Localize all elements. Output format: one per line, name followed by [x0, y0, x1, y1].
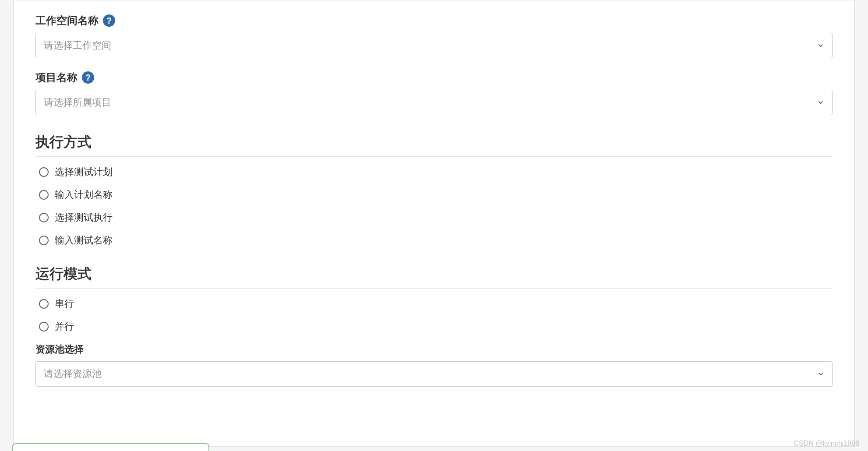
run-mode-radio-group: 串行 并行 — [35, 297, 833, 333]
run-mode-heading: 运行模式 — [35, 264, 833, 289]
radio-icon — [39, 213, 49, 222]
watermark: CSDN @liyinchi1988 — [794, 440, 859, 447]
radio-label: 输入计划名称 — [55, 188, 113, 201]
radio-input-test-name[interactable]: 输入测试名称 — [39, 234, 833, 247]
radio-label: 选择测试计划 — [55, 166, 113, 179]
workspace-label-row: 工作空间名称 ? — [35, 14, 833, 28]
form-panel: 工作空间名称 ? 项目名称 ? 执行方式 选择测试计划 — [13, 0, 855, 447]
execution-method-heading: 执行方式 — [35, 133, 833, 157]
workspace-group: 工作空间名称 ? — [35, 14, 833, 58]
resource-pool-select[interactable] — [35, 361, 833, 387]
project-group: 项目名称 ? — [35, 70, 833, 115]
radio-select-test-plan[interactable]: 选择测试计划 — [39, 166, 833, 179]
radio-select-test-exec[interactable]: 选择测试执行 — [39, 211, 833, 224]
radio-icon — [39, 236, 49, 245]
project-label-row: 项目名称 ? — [35, 70, 833, 85]
radio-label: 并行 — [55, 320, 74, 333]
radio-icon — [39, 167, 49, 177]
radio-label: 选择测试执行 — [55, 211, 113, 224]
radio-serial[interactable]: 串行 — [39, 297, 833, 310]
radio-icon — [39, 299, 49, 309]
project-select[interactable] — [35, 90, 833, 115]
workspace-select-wrapper — [35, 33, 833, 58]
radio-parallel[interactable]: 并行 — [39, 320, 833, 333]
radio-icon — [39, 322, 49, 331]
project-label: 项目名称 — [35, 70, 78, 85]
radio-icon — [39, 190, 49, 200]
help-icon[interactable]: ? — [103, 14, 115, 27]
workspace-label: 工作空间名称 — [35, 14, 99, 28]
bottom-tab-stub — [12, 443, 209, 451]
workspace-select[interactable] — [35, 33, 833, 58]
radio-label: 输入测试名称 — [55, 234, 113, 247]
execution-method-radio-group: 选择测试计划 输入计划名称 选择测试执行 输入测试名称 — [35, 166, 833, 247]
help-icon[interactable]: ? — [82, 71, 94, 84]
radio-label: 串行 — [55, 297, 74, 310]
radio-input-plan-name[interactable]: 输入计划名称 — [39, 188, 833, 201]
project-select-wrapper — [35, 90, 833, 115]
resource-pool-select-wrapper — [35, 361, 833, 387]
resource-pool-label: 资源池选择 — [35, 343, 833, 356]
